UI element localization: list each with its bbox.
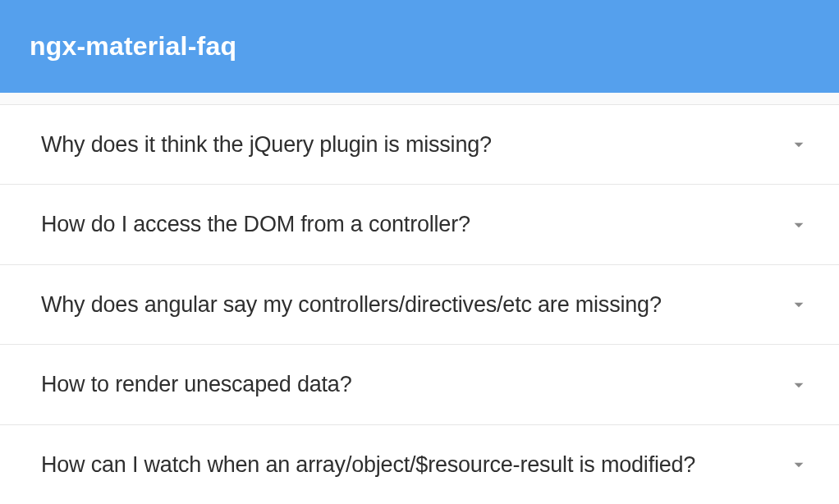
app-title: ngx-material-faq: [30, 31, 236, 61]
faq-question: How to render unescaped data?: [41, 369, 788, 399]
chevron-down-icon: [788, 374, 809, 396]
faq-item[interactable]: Why does it think the jQuery plugin is m…: [0, 104, 839, 185]
chevron-down-icon: [788, 294, 809, 315]
app-header: ngx-material-faq: [0, 0, 839, 93]
chevron-down-icon: [788, 214, 809, 236]
faq-list: Why does it think the jQuery plugin is m…: [0, 104, 839, 504]
faq-item[interactable]: How can I watch when an array/object/$re…: [0, 425, 839, 504]
chevron-down-icon: [788, 134, 809, 155]
faq-question: Why does it think the jQuery plugin is m…: [41, 130, 788, 159]
faq-question: Why does angular say my controllers/dire…: [41, 290, 788, 319]
faq-question: How can I watch when an array/object/$re…: [41, 450, 788, 479]
faq-item[interactable]: How to render unescaped data?: [0, 345, 839, 424]
faq-item[interactable]: Why does angular say my controllers/dire…: [0, 265, 839, 345]
chevron-down-icon: [788, 454, 809, 475]
faq-item[interactable]: How do I access the DOM from a controlle…: [0, 185, 839, 264]
faq-question: How do I access the DOM from a controlle…: [41, 209, 788, 239]
